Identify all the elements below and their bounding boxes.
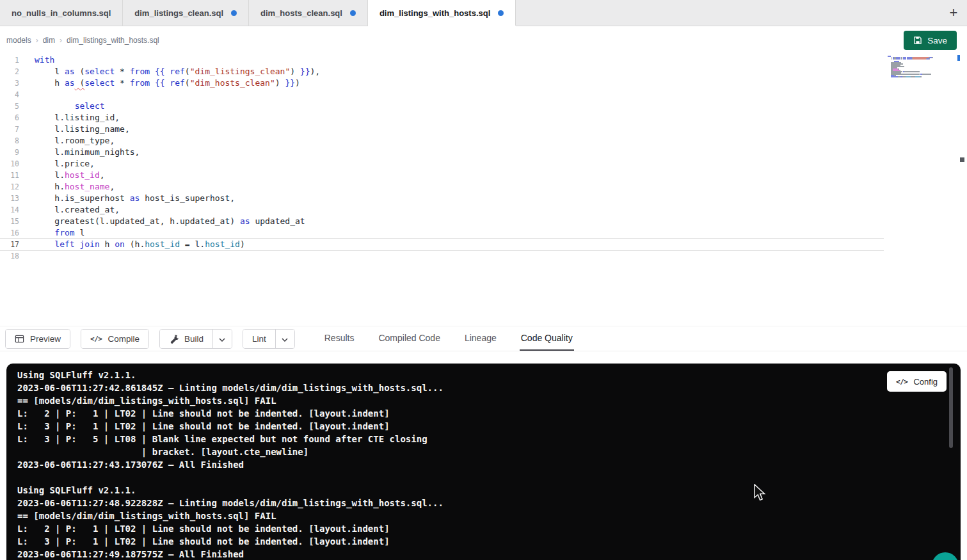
save-icon — [913, 36, 922, 45]
code-text: l.created_at, — [19, 204, 120, 216]
tab-code-quality[interactable]: Code Quality — [520, 326, 574, 351]
breadcrumb-segment[interactable]: models — [6, 36, 31, 45]
code-line-14[interactable]: 14 l.created_at, — [0, 204, 884, 216]
lint-button[interactable]: Lint — [243, 330, 275, 348]
code-editor[interactable]: 1with2 l as (select * from {{ ref("dim_l… — [0, 54, 967, 326]
save-label: Save — [927, 36, 947, 45]
code-line-10[interactable]: 10 l.price, — [0, 158, 884, 170]
breadcrumb-segment[interactable]: dim_listings_with_hosts.sql — [67, 36, 159, 45]
tab-label: no_nulls_in_columns.sql — [12, 8, 111, 18]
line-number: 4 — [0, 89, 19, 100]
terminal-line: | bracket. [layout.cte_newline] — [17, 445, 941, 458]
editor-tab-dim_listings_with_hosts-sql[interactable]: dim_listings_with_hosts.sql — [368, 0, 516, 26]
line-number: 10 — [0, 158, 19, 170]
code-line-15[interactable]: 15 greatest(l.updated_at, h.updated_at) … — [0, 216, 884, 227]
tab-label: dim_listings_with_hosts.sql — [380, 8, 490, 18]
code-line-18[interactable]: 18 — [0, 250, 884, 262]
code-line-13[interactable]: 13 h.is_superhost as host_is_superhost, — [0, 193, 884, 204]
line-number: 6 — [0, 112, 19, 124]
terminal-line — [17, 471, 941, 484]
code-line-11[interactable]: 11 l.host_id, — [0, 170, 884, 181]
save-button[interactable]: Save — [904, 31, 957, 50]
line-number: 16 — [0, 227, 19, 239]
app-root: no_nulls_in_columns.sqldim_listings_clea… — [0, 0, 967, 560]
new-tab-button[interactable]: + — [944, 3, 963, 22]
terminal-line: L: 3 | P: 1 | LT02 | Line should not be … — [17, 535, 941, 548]
code-line-17[interactable]: 17 left join h on (h.host_id = l.host_id… — [0, 239, 884, 250]
tab-compiled-code[interactable]: Compiled Code — [377, 326, 442, 351]
breadcrumb-separator: › — [60, 36, 62, 45]
editor-tab-dim_listings_clean-sql[interactable]: dim_listings_clean.sql — [123, 0, 249, 26]
code-line-9[interactable]: 9 l.minimum_nights, — [0, 147, 884, 158]
line-number: 5 — [0, 100, 19, 112]
chevron-down-icon — [219, 334, 225, 344]
code-text — [19, 89, 35, 100]
line-number: 7 — [0, 124, 19, 135]
terminal-line: 2023-06-06T11:27:49.187575Z — All Finish… — [17, 548, 941, 560]
build-hammer-icon — [169, 334, 179, 344]
line-number: 12 — [0, 181, 19, 193]
compile-button[interactable]: </>Compile — [81, 330, 148, 348]
code-lines: 1with2 l as (select * from {{ ref("dim_l… — [0, 54, 884, 262]
breadcrumb-separator: › — [36, 36, 38, 45]
config-button[interactable]: </> Config — [887, 371, 947, 392]
code-text: h.is_superhost as host_is_superhost, — [19, 193, 235, 204]
build-button-group: Build — [159, 329, 232, 349]
tab-label: dim_listings_clean.sql — [134, 8, 223, 18]
code-line-6[interactable]: 6 l.listing_id, — [0, 112, 884, 124]
tab-results[interactable]: Results — [323, 326, 356, 351]
terminal-scrollbar[interactable] — [949, 367, 953, 448]
code-text: h as (select * from {{ ref("dim_hosts_cl… — [19, 77, 300, 89]
code-line-4[interactable]: 4 — [0, 89, 884, 100]
unsaved-changes-indicator — [350, 10, 356, 16]
terminal-line: L: 2 | P: 1 | LT02 | Line should not be … — [17, 407, 941, 420]
terminal-line: Using SQLFluff v2.1.1. — [17, 484, 941, 497]
line-number: 2 — [0, 66, 19, 77]
editor-scrollbar-thumb[interactable] — [960, 157, 964, 162]
action-buttons: Preview</>CompileBuildLint — [5, 329, 295, 349]
code-line-2[interactable]: 2 l as (select * from {{ ref("dim_listin… — [0, 66, 884, 77]
lint-button-label: Lint — [252, 334, 266, 344]
terminal-line: 2023-06-06T11:27:43.173076Z — All Finish… — [17, 458, 941, 471]
line-number: 11 — [0, 170, 19, 181]
result-tabs: ResultsCompiled CodeLineageCode Quality — [323, 326, 574, 351]
code-line-12[interactable]: 12 h.host_name, — [0, 181, 884, 193]
minimap[interactable] — [888, 56, 939, 79]
code-line-8[interactable]: 8 l.room_type, — [0, 135, 884, 147]
breadcrumb-bar: models›dim›dim_listings_with_hosts.sql S… — [0, 26, 967, 54]
code-line-16[interactable]: 16 from l — [0, 227, 884, 239]
code-text: from l — [19, 227, 84, 239]
preview-button[interactable]: Preview — [6, 330, 70, 348]
chevron-down-icon — [282, 334, 288, 344]
tab-lineage[interactable]: Lineage — [463, 326, 498, 351]
code-text: left join h on (h.host_id = l.host_id) — [19, 239, 245, 250]
build-button-label: Build — [184, 334, 204, 344]
lint-button-group: Lint — [243, 329, 295, 349]
code-text: l.host_id, — [19, 170, 105, 181]
terminal-line: == [models/dim/dim_listings_with_hosts.s… — [17, 394, 941, 407]
editor-tab-dim_hosts_clean-sql[interactable]: dim_hosts_clean.sql — [249, 0, 368, 26]
code-line-5[interactable]: 5 select — [0, 100, 884, 112]
mouse-cursor — [754, 484, 768, 503]
code-text: l.price, — [19, 158, 95, 170]
code-icon: </> — [896, 378, 907, 386]
lint-dropdown-button[interactable] — [275, 330, 294, 348]
breadcrumb-segment[interactable]: dim — [43, 36, 55, 45]
code-line-7[interactable]: 7 l.listing_name, — [0, 124, 884, 135]
terminal-output[interactable]: Using SQLFluff v2.1.1.2023-06-06T11:27:4… — [17, 369, 941, 560]
tab-label: dim_hosts_clean.sql — [260, 8, 342, 18]
compile-button-label: Compile — [108, 334, 140, 344]
editor-tab-no_nulls_in_columns-sql[interactable]: no_nulls_in_columns.sql — [0, 0, 123, 26]
code-line-1[interactable]: 1with — [0, 54, 884, 66]
action-toolbar: Preview</>CompileBuildLint ResultsCompil… — [0, 326, 967, 351]
code-line-3[interactable]: 3 h as (select * from {{ ref("dim_hosts_… — [0, 77, 884, 89]
compile-button-group: </>Compile — [81, 329, 149, 349]
editor-tabbar: no_nulls_in_columns.sqldim_listings_clea… — [0, 0, 967, 26]
terminal-line: L: 3 | P: 5 | LT08 | Blank line expected… — [17, 433, 941, 445]
build-button[interactable]: Build — [160, 330, 212, 348]
line-number: 9 — [0, 147, 19, 158]
build-dropdown-button[interactable] — [212, 330, 232, 348]
compile-code-icon: </> — [90, 335, 102, 343]
editor-tabs: no_nulls_in_columns.sqldim_listings_clea… — [0, 0, 516, 26]
code-text — [19, 250, 35, 262]
